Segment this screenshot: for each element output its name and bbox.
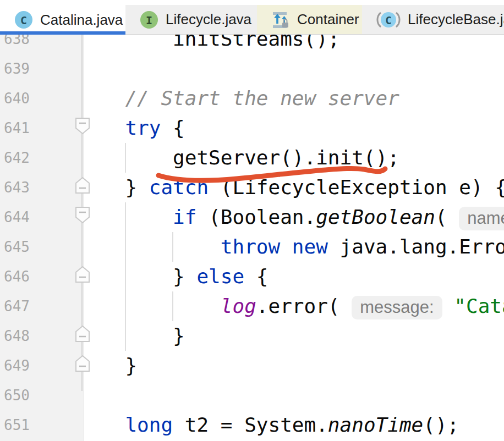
code-token: try (125, 117, 161, 139)
code-token: java.lang.Error( (328, 235, 504, 258)
line-number: 651 (4, 410, 66, 440)
line-number: 647 (4, 291, 66, 321)
code-editor[interactable]: initStreams(); // Start the new server t… (0, 35, 504, 441)
code-token: .error( (256, 295, 352, 317)
svg-text:C: C (385, 14, 391, 26)
code-token: // Start the new server (125, 87, 399, 109)
code-token (280, 235, 292, 258)
fold-start-marker[interactable] (75, 117, 90, 135)
editor-tab-container[interactable]: Container× (257, 5, 362, 35)
code-line-646[interactable]: } else { (30, 262, 504, 291)
line-number: 646 (4, 262, 66, 291)
line-number: 645 (4, 232, 66, 262)
parameter-hint: name: (459, 207, 504, 230)
line-number: 644 (4, 202, 66, 232)
tab-label: Container (297, 11, 359, 28)
line-number: 650 (4, 381, 66, 410)
code-line-647[interactable]: log.error( message: "Catali (30, 291, 504, 321)
code-token: log (221, 295, 256, 317)
line-number: 643 (4, 173, 66, 202)
code-line-641[interactable]: try { (30, 113, 504, 143)
editor-tab-catalina-java[interactable]: C Catalina.java× (0, 5, 125, 35)
code-token: (); (423, 414, 459, 436)
line-number: 642 (4, 143, 66, 173)
code-token: (LifecycleException e) { (209, 176, 504, 199)
class-icon: C (14, 10, 33, 29)
editor-tab-lifecycle-java[interactable]: I Lifecycle.java× (125, 5, 257, 35)
line-number: 639 (4, 54, 66, 84)
line-number: 648 (4, 321, 66, 351)
ide-window: C Catalina.java× I Lifecycle.java× Conta… (0, 0, 504, 441)
code-token: else (196, 265, 244, 288)
parameter-hint: message: (352, 296, 442, 319)
editor-tab-lifecyclebase-java[interactable]: C LifecycleBase.java (362, 5, 504, 35)
code-line-651[interactable]: long t2 = System.nanoTime(); (30, 410, 504, 440)
code-token: getBoolean (316, 206, 435, 228)
code-line-642[interactable]: getServer().init(); (30, 143, 504, 173)
code-token: long (125, 414, 173, 436)
code-line-644[interactable]: if (Boolean.getBoolean( name: (30, 202, 504, 232)
interface-icon: I (140, 10, 158, 29)
code-line-645[interactable]: throw new java.lang.Error( (30, 232, 504, 262)
fold-end-marker[interactable] (75, 177, 90, 194)
code-token: { (244, 265, 268, 288)
code-line-640[interactable]: // Start the new server (30, 84, 504, 113)
line-number: 640 (4, 84, 66, 113)
code-token (442, 295, 454, 317)
code-line-643[interactable]: } catch (LifecycleException e) { (30, 173, 504, 202)
fold-end-marker[interactable] (75, 355, 90, 372)
svg-text:I: I (146, 14, 152, 27)
code-line-639[interactable] (30, 54, 504, 84)
fold-end-marker[interactable] (75, 266, 90, 283)
tab-label: Catalina.java (40, 12, 123, 29)
line-numbers: 6386396406416426436446456466476486496506… (0, 24, 66, 440)
abstract-class-icon: C (376, 10, 401, 29)
code-token: (Boolean. (196, 206, 316, 228)
code-token: catch (149, 176, 209, 199)
tab-label: Lifecycle.java (166, 11, 251, 28)
code-token: t2 = System. (173, 414, 328, 436)
code-token: getServer().init(); (30, 146, 399, 169)
code-line-648[interactable]: } (30, 321, 504, 351)
code-area[interactable]: initStreams(); // Start the new server t… (30, 24, 504, 440)
editor-tab-bar: C Catalina.java× I Lifecycle.java× Conta… (0, 0, 504, 35)
code-line-649[interactable]: } (30, 351, 504, 381)
svg-text:C: C (20, 14, 27, 27)
container-class-icon (271, 10, 290, 29)
code-token: throw (221, 235, 280, 258)
code-token: ( (435, 206, 459, 228)
fold-end-marker[interactable] (75, 325, 90, 343)
code-token: "Catali (454, 295, 504, 317)
code-token: if (173, 206, 196, 228)
code-line-650[interactable] (30, 381, 504, 410)
code-token: { (161, 117, 184, 139)
line-number: 641 (4, 113, 66, 143)
fold-start-marker[interactable] (75, 206, 90, 224)
tab-label: LifecycleBase.java (408, 11, 504, 28)
code-token: new (292, 235, 328, 258)
code-token: nanoTime (328, 414, 423, 436)
line-number: 649 (4, 351, 66, 381)
